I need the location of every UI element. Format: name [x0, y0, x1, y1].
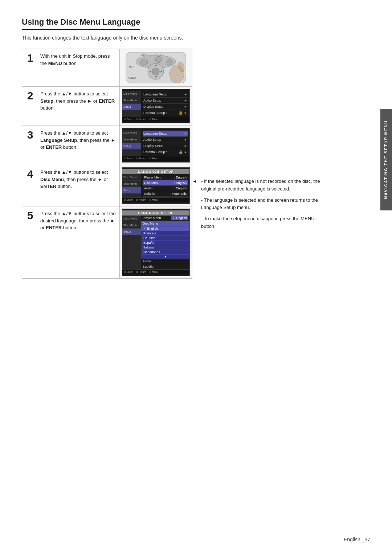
notes-area: ◄ - If the selected language is not reco…: [192, 178, 323, 234]
steps-container: 1 With the unit in Stop mode, press the …: [22, 49, 192, 278]
step-3: 3 Press the ▲/▼ buttons to select Langua…: [22, 126, 192, 165]
menu-item-audio-3: Audio Setup ►: [143, 137, 188, 143]
note-2: - The language is selected and the scree…: [192, 197, 323, 212]
note-1-text: - If the selected language is not record…: [201, 178, 323, 193]
step-3-image: Disc Menu Title Menu Setup Language Setu…: [119, 126, 192, 165]
sidebar-disc-menu-3: Disc Menu: [122, 130, 141, 136]
menu-item-display: Display Setup ►: [143, 104, 188, 110]
lang-dropdown: ✓ English Français Deutsch Español Itali…: [141, 226, 189, 259]
lang5-subtitle: Subtitle: [141, 264, 189, 270]
svg-point-4: [140, 59, 148, 66]
sidebar-title-menu: Title Menu: [122, 97, 141, 104]
svg-text:►: ►: [160, 70, 163, 73]
lang-subtitle: Subtitle : Automatic: [143, 191, 188, 197]
menu-item-language: Language Setup ►: [143, 91, 188, 98]
svg-text:▼: ▼: [155, 75, 158, 78]
step-2-text: Press the ▲/▼ buttons to select Setup, t…: [38, 87, 119, 126]
menu-item-display-3: Display Setup ►: [143, 143, 188, 149]
lang5-audio: Audio: [141, 259, 189, 264]
remote-svg: STOP PLAY ▲ ▼ ◄ ► M: [122, 52, 189, 84]
note-3: - To make the setup menu disappear, pres…: [192, 215, 323, 230]
section-title: Using the Disc Menu Language: [22, 17, 140, 30]
step-1: 1 With the unit in Stop mode, press the …: [22, 49, 192, 87]
svg-point-8: [152, 68, 159, 75]
menu-main-3: Language Setup ► Audio Setup ► Display S…: [141, 130, 189, 156]
menu-screen-3: Disc Menu Title Menu Setup Language Setu…: [122, 128, 190, 163]
lang5-player-menu: Player Menu ✓ English: [141, 216, 189, 221]
menu-footer-4: ⊙ Enter⊙ Return⊙ Menu: [122, 197, 189, 202]
svg-text:MEN: MEN: [129, 66, 135, 68]
menu-screen-2: Disc Menu Title Menu Setup Language Setu…: [122, 89, 190, 123]
svg-text:◄: ◄: [149, 70, 152, 73]
menu-footer-3: ⊙ Enter⊙ Return⊙ Menu: [122, 156, 189, 161]
menu-item-parental-3: Parental Setup : 🔒 ►: [143, 149, 188, 155]
lang-audio: Audio : English: [143, 186, 188, 191]
sidebar-setup-3: Setup: [122, 143, 141, 149]
lang-items-4: Player Menu : English Disc Menu : Englis…: [141, 174, 189, 197]
menu-item-audio: Audio Setup ►: [143, 98, 188, 104]
sidebar-title-menu-3: Title Menu: [122, 136, 141, 143]
step-5-number: 5: [22, 206, 38, 278]
step-2: 2 Press the ▲/▼ buttons to select Setup,…: [22, 86, 192, 126]
menu-footer-2: ⊙ Enter⊙ Return⊙ Menu: [122, 117, 189, 122]
step-3-text: Press the ▲/▼ buttons to select Language…: [38, 126, 119, 165]
note-1: ◄ - If the selected language is not reco…: [192, 178, 323, 193]
note-2-text: - The language is selected and the scree…: [201, 197, 323, 212]
menu-screen-5: LANGUAGE SETUP Disc Menu Title Menu Setu…: [122, 209, 190, 276]
step-4-text: Press the ▲/▼ buttons to select Disc Men…: [38, 165, 119, 206]
menu-item-parental: Parental Setup : 🔒 ►: [143, 110, 188, 116]
step-4: 4 Press the ▲/▼ buttons to select Disc M…: [22, 165, 192, 206]
step-1-number: 1: [22, 49, 38, 86]
lang-setup-header-4: LANGUAGE SETUP: [122, 169, 189, 174]
step-5: 5 Press the ▲/▼ buttons to select the de…: [22, 206, 192, 279]
menu-screen-4: LANGUAGE SETUP Disc Menu Title Menu Setu…: [122, 167, 190, 204]
lang-player-menu: Player Menu : English: [143, 175, 188, 180]
sidebar-setup: Setup: [122, 104, 141, 110]
step-5-text: Press the ▲/▼ buttons to select the desi…: [38, 206, 119, 278]
step-1-image: STOP PLAY ▲ ▼ ◄ ► M: [119, 49, 192, 86]
note-3-text: - To make the setup menu disappear, pres…: [201, 215, 323, 230]
lang5-disc-menu: Disc Menu: [141, 221, 189, 226]
lang-setup-header-5: LANGUAGE SETUP: [122, 210, 189, 216]
intro-text: This function changes the text language …: [22, 35, 323, 41]
step-5-image: LANGUAGE SETUP Disc Menu Title Menu Setu…: [119, 206, 192, 278]
svg-text:AUDIO: AUDIO: [128, 77, 136, 79]
step-1-text: With the unit in Stop mode, press the ME…: [38, 49, 119, 86]
side-tab-text: NAVIGATING THE SETUP MENU: [384, 120, 388, 199]
step-2-number: 2: [22, 87, 38, 126]
step-2-image: Disc Menu Title Menu Setup Language Setu…: [119, 87, 192, 126]
step-4-number: 4: [22, 165, 38, 206]
svg-text:▲: ▲: [155, 63, 158, 67]
menu-item-language-3: Language Setup ►: [143, 131, 188, 137]
step-4-image: LANGUAGE SETUP Disc Menu Title Menu Setu…: [119, 165, 192, 206]
page-footer: English _37: [344, 537, 370, 542]
menu-main-2: Language Setup ► Audio Setup ► Display S…: [141, 91, 189, 117]
svg-point-6: [167, 59, 172, 65]
lang-items-5: Player Menu ✓ English Disc Menu ✓ Englis…: [141, 216, 189, 270]
page-content: Using the Disc Menu Language This functi…: [0, 0, 345, 293]
menu-footer-5: ⊙ Enter⊙ Return⊙ Menu: [122, 270, 189, 274]
step-3-number: 3: [22, 126, 38, 165]
lang-disc-menu: Disc Menu : English: [143, 180, 188, 186]
sidebar-disc-menu: Disc Menu: [122, 91, 141, 97]
svg-point-5: [155, 56, 162, 63]
side-tab: NAVIGATING THE SETUP MENU: [380, 109, 392, 210]
